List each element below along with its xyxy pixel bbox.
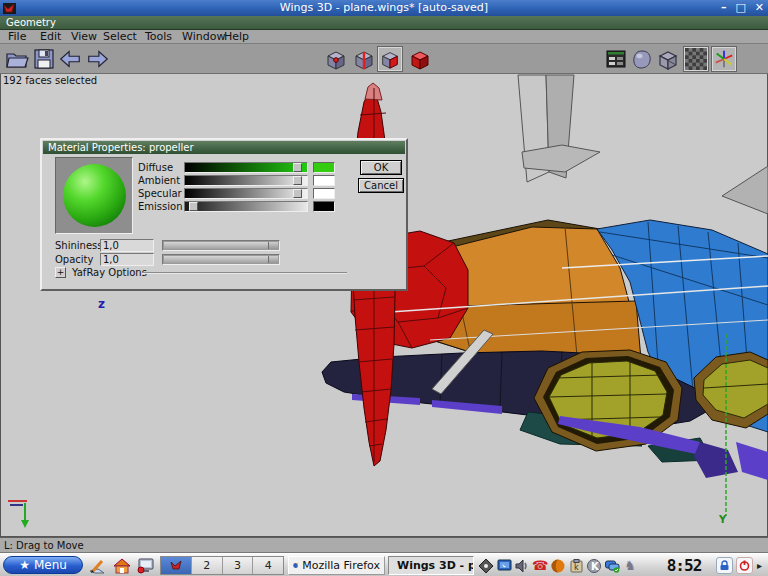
panel-hide-arrow[interactable]: ▸: [757, 560, 762, 571]
body-mode-button[interactable]: [408, 47, 432, 71]
k-icon[interactable]: K: [586, 558, 602, 574]
power-icon: [739, 560, 750, 571]
taskbar-clock[interactable]: 8:52: [658, 556, 710, 575]
y-axis-label: Y: [718, 514, 727, 525]
kde-menu-button[interactable]: ★ Menu: [3, 556, 83, 574]
emission-swatch[interactable]: [313, 201, 335, 212]
menu-edit[interactable]: Edit: [40, 30, 61, 44]
specular-slider[interactable]: [184, 188, 308, 199]
svg-text:K: K: [591, 561, 600, 572]
wireframe-button[interactable]: [656, 47, 680, 71]
chat-icon[interactable]: [604, 558, 620, 574]
geometry-window-title: Geometry: [6, 17, 56, 28]
geometry-window-bar[interactable]: Geometry: [0, 16, 768, 30]
material-preview: [55, 157, 133, 234]
axes-icon: [713, 47, 735, 71]
selection-status: 192 faces selected: [3, 75, 97, 86]
save-button[interactable]: [32, 47, 56, 71]
menu-view[interactable]: View: [71, 30, 97, 44]
floppy-icon: [33, 47, 55, 71]
menu-window[interactable]: Window: [182, 30, 225, 44]
star-icon: ★: [19, 558, 30, 572]
cancel-button[interactable]: Cancel: [358, 178, 404, 193]
shininess-field[interactable]: 1,0: [100, 239, 154, 252]
face-cube-icon: [379, 47, 401, 71]
material-properties-dialog: Material Properties: propeller Diffuse A…: [40, 138, 408, 291]
smooth-object-icon: [630, 47, 654, 71]
edge-mode-button[interactable]: [352, 47, 376, 71]
helmet-icon[interactable]: ♞: [622, 558, 638, 574]
system-tray: ☎ k K ♞: [478, 557, 638, 574]
svg-text:k: k: [574, 563, 579, 572]
clipboard-icon[interactable]: k: [568, 558, 584, 574]
maximize-button[interactable]: □: [735, 1, 745, 15]
dialog-titlebar[interactable]: Material Properties: propeller: [43, 141, 405, 154]
taskbar: ★ Menu 2 3 4 Mozilla Firefox Wings 3D - …: [0, 553, 768, 576]
diffuse-slider[interactable]: [184, 162, 308, 173]
ambient-row: Ambient: [138, 174, 335, 186]
opacity-slider[interactable]: [162, 254, 280, 265]
preview-sphere: [63, 164, 126, 227]
geometry-graph-button[interactable]: [604, 47, 628, 71]
workspace-4[interactable]: 4: [253, 557, 283, 574]
face-mode-button[interactable]: [378, 47, 402, 71]
orange-ball-icon[interactable]: [550, 558, 566, 574]
home-launcher[interactable]: [112, 557, 132, 574]
opacity-field[interactable]: 1,0: [100, 253, 154, 266]
menu-bar: File Edit View Select Tools Window Help: [0, 30, 768, 44]
wings3d-task-icon: [170, 560, 182, 571]
shininess-row: Shininess 1,0: [55, 239, 280, 252]
expander-icon[interactable]: +: [55, 267, 66, 278]
shininess-slider[interactable]: [162, 240, 280, 251]
open-button[interactable]: [5, 47, 29, 71]
disk-icon[interactable]: [478, 558, 494, 574]
body-cube-icon: [408, 47, 432, 71]
yafray-options: + YafRay Options: [55, 267, 147, 278]
ground-grid-icon: [685, 47, 707, 71]
wire-cube-icon: [656, 47, 680, 71]
minimize-button[interactable]: –: [721, 1, 727, 15]
specular-swatch[interactable]: [313, 188, 335, 199]
vertex-cube-icon: [324, 47, 348, 71]
arrow-left-icon: [58, 48, 82, 70]
editor-launcher[interactable]: [88, 557, 108, 574]
smooth-preview-button[interactable]: [630, 47, 654, 71]
toolbar: [0, 44, 768, 74]
window-title: Wings 3D - plane.wings* [auto-saved]: [0, 0, 768, 16]
menu-file[interactable]: File: [8, 30, 26, 44]
ambient-slider[interactable]: [184, 175, 308, 186]
lock-icon: [719, 560, 730, 571]
phone-icon[interactable]: ☎: [532, 558, 548, 574]
screenshot-launcher[interactable]: [136, 557, 156, 574]
task-firefox[interactable]: Mozilla Firefox: [288, 556, 385, 575]
close-button[interactable]: ✕: [755, 1, 764, 15]
firefox-icon: [293, 559, 298, 572]
wing-fragment: [722, 166, 768, 214]
divider: [142, 272, 347, 274]
vertex-mode-button[interactable]: [324, 47, 348, 71]
lock-button[interactable]: [716, 557, 733, 574]
show-grid-button[interactable]: [684, 47, 708, 71]
edge-cube-icon: [352, 47, 376, 71]
home-icon: [113, 558, 131, 574]
workspace-1[interactable]: [161, 557, 192, 574]
volume-icon[interactable]: [514, 558, 530, 574]
window-titlebar[interactable]: Wings 3D - plane.wings* [auto-saved] – □…: [0, 0, 768, 16]
monitor-icon: [137, 558, 155, 574]
workspace-3[interactable]: 3: [223, 557, 254, 574]
display-icon[interactable]: [496, 558, 512, 574]
workspace-2[interactable]: 2: [192, 557, 223, 574]
menu-tools[interactable]: Tools: [145, 30, 172, 44]
show-axes-button[interactable]: [712, 47, 736, 71]
workspace-pager: 2 3 4: [160, 556, 284, 575]
ok-button[interactable]: OK: [360, 160, 402, 175]
undo-button[interactable]: [58, 47, 82, 71]
emission-slider[interactable]: [184, 201, 308, 212]
ambient-swatch[interactable]: [313, 175, 335, 186]
task-wings3d[interactable]: Wings 3D - p: [388, 556, 474, 575]
diffuse-swatch[interactable]: [313, 162, 335, 173]
menu-select[interactable]: Select: [103, 30, 137, 44]
redo-button[interactable]: [86, 47, 110, 71]
logout-button[interactable]: [736, 557, 753, 574]
menu-help[interactable]: Help: [224, 30, 249, 44]
